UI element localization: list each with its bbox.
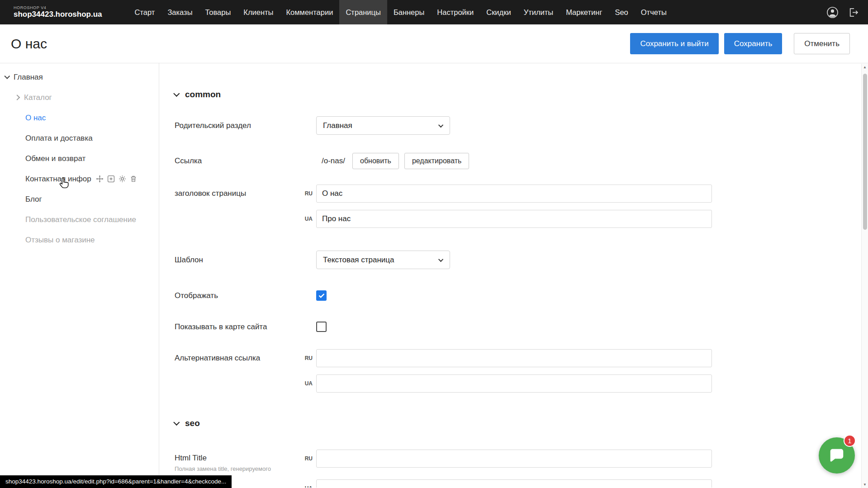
form-row-parent-section: Родительский раздел Главная bbox=[175, 116, 868, 135]
field-label: Показывать в карте сайта bbox=[175, 322, 303, 332]
sidebar-item-obmen[interactable]: Обмен и возврат bbox=[0, 148, 159, 169]
tree-item-label: Оплата и доставка bbox=[25, 134, 93, 143]
chevron-down-icon bbox=[4, 73, 10, 79]
lang-badge-ru: RU bbox=[303, 355, 316, 361]
chevron-down-icon bbox=[173, 419, 180, 426]
form-row-alt-link-ua: UA bbox=[175, 374, 868, 393]
menu-item-marketing[interactable]: Маркетинг bbox=[560, 0, 608, 24]
tree-item-label: Контактная инфор bbox=[25, 175, 91, 184]
sitemap-checkbox[interactable] bbox=[316, 322, 327, 332]
form-row-alt-link-ru: Альтернативная ссылка RU bbox=[175, 349, 868, 367]
menu-item-start[interactable]: Старт bbox=[128, 0, 161, 24]
sidebar-item-oplata[interactable]: Оплата и доставка bbox=[0, 128, 159, 148]
link-edit-button[interactable]: редактировать bbox=[404, 153, 469, 169]
field-label-block: Html Title Полная замена title, генериру… bbox=[175, 450, 303, 472]
chevron-down-icon bbox=[438, 256, 443, 261]
form-row-sitemap: Показывать в карте сайта bbox=[175, 322, 868, 332]
logo-version: HOROSHOP V4 bbox=[14, 5, 102, 10]
sidebar-item-kontaktnaya[interactable]: Контактная инфор bbox=[0, 169, 159, 189]
chat-unread-badge: 1 bbox=[844, 435, 856, 447]
sidebar-item-o-nas[interactable]: О нас bbox=[0, 108, 159, 128]
account-icon[interactable] bbox=[826, 6, 839, 19]
tree-item-label: Отзывы о магазине bbox=[25, 236, 95, 245]
sidebar-item-blog[interactable]: Блог bbox=[0, 189, 159, 209]
tree-item-label: Блог bbox=[25, 195, 42, 204]
alt-link-ua-input[interactable] bbox=[316, 374, 712, 393]
chat-launcher-button[interactable]: 1 bbox=[819, 437, 855, 474]
add-icon[interactable] bbox=[107, 175, 115, 183]
chevron-down-icon bbox=[173, 90, 180, 97]
sidebar-item-polzovatelskoe[interactable]: Пользовательское соглашение bbox=[0, 209, 159, 230]
menu-item-seo[interactable]: Seo bbox=[608, 0, 634, 24]
alt-link-ru-input[interactable] bbox=[316, 349, 712, 367]
cancel-button[interactable]: Отменить bbox=[794, 33, 850, 54]
form-row-link: Ссылка /o-nas/ обновить редактировать bbox=[175, 153, 868, 169]
menu-item-orders[interactable]: Заказы bbox=[161, 0, 199, 24]
lang-badge-ua: UA bbox=[303, 380, 316, 387]
sidebar-item-otzyvy[interactable]: Отзывы о магазине bbox=[0, 230, 159, 250]
menu-item-reports[interactable]: Отчеты bbox=[635, 0, 673, 24]
logo-domain: shop34423.horoshop.ua bbox=[14, 10, 102, 19]
menu-item-discounts[interactable]: Скидки bbox=[480, 0, 517, 24]
link-path: /o-nas/ bbox=[322, 156, 345, 166]
page-body: Главная Каталог О нас Оплата и доставка … bbox=[0, 63, 868, 488]
tree-item-label: О нас bbox=[25, 114, 46, 123]
chat-bubble-icon bbox=[828, 447, 845, 464]
display-checkbox[interactable] bbox=[316, 290, 327, 301]
sidebar-item-glavnaya[interactable]: Главная bbox=[0, 67, 159, 87]
field-label: Html Title bbox=[175, 454, 303, 463]
header-actions: Сохранить и выйти Сохранить Отменить bbox=[630, 33, 850, 54]
chevron-right-icon bbox=[14, 95, 20, 100]
logo[interactable]: HOROSHOP V4 shop34423.horoshop.ua bbox=[14, 0, 102, 24]
chevron-down-icon bbox=[438, 122, 443, 127]
menu-item-utilities[interactable]: Утилиты bbox=[517, 0, 560, 24]
sidebar-item-katalog[interactable]: Каталог bbox=[0, 87, 159, 108]
section-common[interactable]: common bbox=[175, 89, 868, 100]
section-seo[interactable]: seo bbox=[175, 418, 868, 429]
main-menu: Старт Заказы Товары Клиенты Комментарии … bbox=[128, 0, 673, 24]
field-label: Альтернативная ссылка bbox=[175, 354, 303, 363]
save-exit-button[interactable]: Сохранить и выйти bbox=[630, 33, 718, 54]
menu-item-clients[interactable]: Клиенты bbox=[237, 0, 280, 24]
field-label: Отображать bbox=[175, 291, 303, 300]
tree-item-label: Обмен и возврат bbox=[25, 154, 85, 163]
logout-icon[interactable] bbox=[848, 7, 859, 18]
template-select[interactable]: Текстовая страница bbox=[316, 251, 450, 269]
save-button[interactable]: Сохранить bbox=[724, 33, 782, 54]
lang-badge-ru: RU bbox=[303, 190, 316, 197]
menu-item-pages[interactable]: Страницы bbox=[339, 0, 387, 24]
menu-item-banners[interactable]: Баннеры bbox=[387, 0, 431, 24]
field-label: Ссылка bbox=[175, 156, 303, 166]
page-title-ua-input[interactable] bbox=[316, 210, 712, 228]
form-row-display: Отображать bbox=[175, 290, 868, 301]
select-value: Главная bbox=[323, 121, 352, 130]
menu-item-comments[interactable]: Комментарии bbox=[280, 0, 339, 24]
link-refresh-button[interactable]: обновить bbox=[352, 153, 399, 169]
topbar: HOROSHOP V4 shop34423.horoshop.ua Старт … bbox=[0, 0, 868, 24]
gear-icon[interactable] bbox=[119, 175, 126, 183]
statusbar-url: shop34423.horoshop.ua/edit/edit.php?id=6… bbox=[0, 475, 232, 488]
tree-item-label: Пользовательское соглашение bbox=[25, 215, 136, 224]
html-title-ru-input[interactable] bbox=[316, 450, 712, 468]
scroll-up-arrow[interactable]: ▲ bbox=[862, 64, 868, 71]
parent-section-select[interactable]: Главная bbox=[316, 116, 450, 135]
html-title-ua-input[interactable] bbox=[316, 479, 712, 488]
lang-badge-ru: RU bbox=[303, 450, 316, 462]
page-title: О нас bbox=[11, 36, 47, 52]
tree-item-label: Главная bbox=[14, 73, 43, 82]
field-label: Шаблон bbox=[175, 256, 303, 265]
scroll-down-arrow[interactable]: ▼ bbox=[862, 481, 868, 488]
move-icon[interactable] bbox=[96, 175, 104, 183]
form-row-page-title-ua: UA bbox=[175, 210, 868, 228]
page-header: О нас Сохранить и выйти Сохранить Отмени… bbox=[0, 24, 868, 63]
form-row-page-title-ru: заголовок страницы RU bbox=[175, 185, 868, 203]
vertical-scrollbar[interactable]: ▲ ▼ bbox=[861, 64, 868, 488]
page-title-ru-input[interactable] bbox=[316, 185, 712, 203]
menu-item-products[interactable]: Товары bbox=[199, 0, 237, 24]
menu-item-settings[interactable]: Настройки bbox=[431, 0, 480, 24]
scrollbar-thumb[interactable] bbox=[863, 74, 867, 230]
form-row-html-title-ua: UA bbox=[175, 479, 868, 488]
pages-tree: Главная Каталог О нас Оплата и доставка … bbox=[0, 63, 159, 488]
trash-icon[interactable] bbox=[130, 175, 137, 183]
edit-form: common Родительский раздел Главная Ссылк… bbox=[159, 63, 868, 488]
